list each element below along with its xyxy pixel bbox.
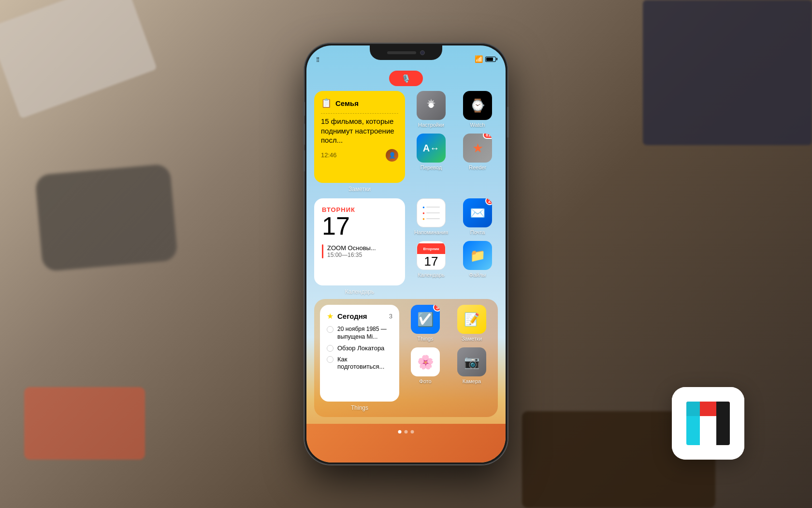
things-item-3: Как подготовиться... [327,356,392,370]
mail-app-wrap: ✉️ 2 Почта [457,198,498,235]
rem-row-3: ● [422,217,440,221]
battery-icon [485,57,496,62]
phone-screen: ⣿ 📶 🎙️ 📋 [306,45,506,463]
photos-app-icon[interactable]: 🌸 [411,347,440,376]
reeder-badge: 815 [483,134,492,139]
status-left: ⣿ [316,57,319,62]
settings-app-icon[interactable] [417,91,446,120]
cal-event-title: ZOOM Основы... [327,244,376,252]
rem-dot-blue: ● [422,205,425,209]
cal-icon-day-name: Вторник [423,247,439,251]
reeder-app-icon[interactable]: ★ 815 [463,134,492,163]
cal-icon-date: 17 [424,255,438,268]
photos-app-wrap: 🌸 Фото [405,347,446,384]
settings-app-label: Настройки [418,122,444,128]
rem-line-1 [426,207,440,208]
watch-app-wrap: ⌚ Watch [457,91,498,128]
reminders-icon-inner: ● ● ● [419,201,444,225]
bottom-decoration [306,424,506,463]
notes-widget-title: Семья [335,99,359,107]
translate-app-wrap: A↔ Перевод [411,134,451,170]
power-button [507,106,509,138]
rem-row-1: ● [422,205,440,209]
notes-widget-header: 📋 Семья [321,98,398,108]
things-checkbox-2 [327,345,334,352]
bg-decor-controller [35,164,178,272]
watch-app-icon[interactable]: ⌚ [463,91,492,120]
mic-button[interactable]: 🎙️ [389,71,423,86]
notes-widget[interactable]: 📋 Семья 15 фильмов, которые поднимут нас… [314,91,405,183]
notes-app-wrap: 📝 Заметки [451,305,492,342]
reminders-app-wrap: ● ● ● [411,198,451,235]
things-item-2-text: Обзор Локатора [337,344,384,352]
watch-icon-glyph: ⌚ [470,98,485,113]
page-dot-3 [411,430,414,433]
photos-icon-glyph: 🌸 [417,354,434,370]
widget-row-2: ВТОРНИК 17 ZOOM Основы... 15:00—16:35 Ка… [314,198,498,295]
settings-app-wrap: Настройки [411,91,451,128]
things-star-icon: ★ [327,312,334,321]
reminders-app-icon[interactable]: ● ● ● [417,198,446,227]
watch-app-label: Watch [470,122,485,128]
settings-gear-svg [423,97,439,114]
mail-icon-glyph: ✉️ [470,206,485,221]
things-checkbox-1 [327,326,334,333]
notes-icon-glyph: 📝 [464,312,479,327]
right-apps-grid-3: ☑️ 3 Things 📝 Заметки [405,305,492,384]
front-camera [420,50,425,55]
page-dots [398,430,414,433]
notes-app-icon[interactable]: 📝 [457,305,486,334]
things-widget-label: Things [320,404,399,411]
battery-fill [486,58,493,61]
notes-widget-container: 📋 Семья 15 фильмов, которые поднимут нас… [314,91,405,193]
things-logo-container [672,387,744,460]
bg-decor-2 [643,0,812,145]
rem-dot-red: ● [422,211,425,215]
note-text: 15 фильмов, которые поднимут настроение … [321,117,398,145]
photos-app-label: Фото [419,378,431,384]
translate-app-icon[interactable]: A↔ [417,134,446,163]
things-t-logo [686,402,730,445]
wifi-icon: 📶 [475,55,483,63]
things-large-icon [672,387,744,460]
cal-event-details: ZOOM Основы... 15:00—16:35 [327,244,376,258]
t-right-vertical [716,402,730,445]
phone-frame: ⣿ 📶 🎙️ 📋 [304,44,508,464]
things-checkbox-3 [327,356,334,363]
bg-decor-3 [24,387,145,460]
things-item-3-text: Как подготовиться... [337,356,392,370]
calendar-widget[interactable]: ВТОРНИК 17 ZOOM Основы... 15:00—16:35 [314,198,405,285]
things-app-icon[interactable]: ☑️ 3 [411,305,440,334]
things-widget[interactable]: ★ Сегодня 3 20 ноября 1985 — выпущена Mi… [320,305,399,402]
things-item-1: 20 ноября 1985 — выпущена Mi... [327,326,392,341]
calendar-widget-container: ВТОРНИК 17 ZOOM Основы... 15:00—16:35 Ка… [314,198,405,295]
t-left-vertical [686,402,700,445]
calendar-app-icon[interactable]: Вторник 17 [417,241,446,270]
cal-date: 17 [322,213,397,239]
status-right: 📶 [475,55,496,63]
files-app-icon[interactable]: 📁 [463,241,492,270]
volume-down-button [303,150,305,172]
things-widget-count: 3 [389,313,392,320]
translate-app-label: Перевод [420,164,442,170]
camera-app-label: Камера [463,378,481,384]
volume-up-button [303,123,305,145]
cal-icon-header: Вторник [417,243,445,254]
right-apps-grid: Настройки ⌚ Watch A↔ Перевод [411,91,498,170]
things-app-wrap: ☑️ 3 Things [405,305,446,342]
page-dot-1 [398,430,402,433]
mic-icon: 🎙️ [401,74,411,83]
note-meta: 12:46 👤 [321,149,398,162]
notes-widget-label: Заметки [314,186,405,193]
page-dot-2 [405,430,408,433]
things-item-2: Обзор Локатора [327,344,392,352]
calendar-widget-label: Календарь [314,288,405,295]
camera-app-wrap: 📷 Камера [451,347,492,384]
things-app-label: Things [417,336,433,342]
rem-dot-orange: ● [422,217,425,221]
mail-app-icon[interactable]: ✉️ 2 [463,198,492,227]
things-header: ★ Сегодня 3 [327,312,392,321]
mail-badge: 2 [485,198,492,205]
widget-row-1: 📋 Семья 15 фильмов, которые поднимут нас… [314,91,498,193]
camera-app-icon[interactable]: 📷 [457,347,486,376]
